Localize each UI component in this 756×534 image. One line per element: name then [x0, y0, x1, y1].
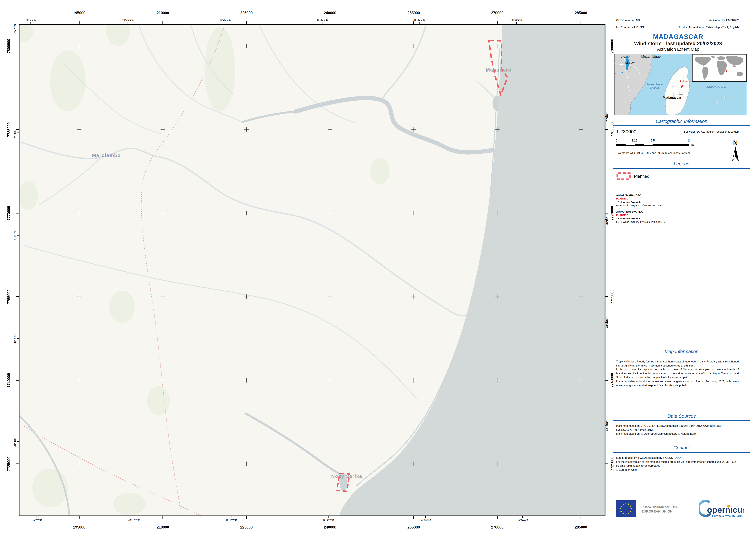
contact-produced-by: Map produced by e-GEOS released by e-GEO…	[616, 456, 739, 460]
axis-label: 7725000	[7, 457, 11, 471]
map-info-paragraph-3: It is a candidate to be the strongest an…	[616, 379, 739, 387]
locator-inset-map: Zambia Mozambique Malawi Mozambique Chan…	[614, 54, 747, 115]
map-place-label: Marolambo	[92, 153, 121, 158]
eu-star-icon: ★	[620, 510, 622, 513]
forest-patch	[109, 291, 135, 323]
legend-rule	[613, 168, 750, 169]
axis-label: 48°50'0"E	[511, 18, 522, 21]
inset-label-mozambique: Mozambique	[641, 55, 661, 58]
axis-label: 20°20'0"S	[606, 317, 608, 328]
scale-bar-label-1: 3.25	[632, 139, 637, 142]
map-sheet: { "header": { "glide": "GLIDE number: N/…	[0, 0, 756, 534]
map-information-text: Tropical Cyclone Freddy formed off the s…	[616, 360, 739, 387]
forest-patch	[147, 386, 170, 415]
map-info-paragraph-1: Tropical Cyclone Freddy formed off the s…	[616, 360, 739, 368]
inset-label-zambia: Zambia	[621, 56, 630, 59]
forest-patch	[18, 181, 38, 210]
map-info-paragraph-2: In the next days, it's expected to reach…	[616, 368, 739, 379]
eu-star-icon: ★	[620, 505, 622, 507]
axis-label: 7740000	[7, 373, 11, 388]
contact-email: jrc-ems-rapidmapping@ec.europa.eu	[616, 464, 739, 468]
contact-rule	[613, 452, 750, 453]
aoi-01-status: PLANNED	[616, 197, 739, 200]
forest-patch	[113, 493, 146, 515]
aoi-02-title: AOI 02 / NOSYVARIKA	[616, 210, 739, 214]
data-sources-text: Inset map based on: JRC 2013, © EuroGeog…	[616, 424, 739, 436]
data-sources-line-1: Inset map based on: JRC 2013, © EuroGeog…	[616, 424, 739, 432]
axis-label: 195000	[73, 525, 86, 529]
map-place-label: Mahanoro	[486, 67, 511, 72]
scale-bar-label-3: 13	[688, 139, 691, 142]
axis-label: 7770000	[7, 206, 11, 220]
section-heading-data-sources: Data Sources	[613, 414, 750, 419]
scale-bar-unit: km	[690, 143, 694, 147]
capital-star-icon: ★	[680, 83, 685, 89]
aoi-02-ref: - Reference Product:	[616, 217, 739, 220]
section-heading-map-information: Map Information	[613, 349, 750, 354]
activation-id: Activation ID: EMSR652	[647, 19, 739, 22]
axis-label: 7800000	[7, 39, 11, 53]
section-heading-cartographic: Cartographic Information	[613, 119, 750, 124]
axis-label: 48°10'0"E	[128, 519, 140, 522]
axis-label: 19°50'0"S	[14, 24, 16, 36]
axis-label: 210000	[157, 11, 169, 15]
axis-label: 225000	[240, 11, 253, 15]
axis-label: 7785000	[610, 122, 614, 137]
inset-label-malawi: Malawi	[625, 61, 635, 64]
inset-label-indian-ocean: INDIAN OCEAN	[706, 85, 726, 89]
aoi-01-block: AOI 01 / MAHANORO PLANNED - Reference Pr…	[616, 193, 739, 207]
svg-text:opernicus: opernicus	[707, 505, 744, 515]
header-divider	[616, 31, 739, 31]
axis-label: 48°30'0"E	[323, 519, 334, 522]
axis-label: 20°30'0"S	[14, 436, 16, 447]
axis-label: 240000	[324, 11, 337, 15]
product-number: Product N.: Activation Extent Map, r2, v…	[647, 26, 739, 29]
map-scale: 1:230000	[616, 129, 636, 134]
svg-text:N: N	[733, 139, 738, 146]
eu-star-icon: ★	[622, 503, 624, 505]
print-note: Full color ISO A2, medium resolution (20…	[655, 130, 739, 133]
glide-number: GLIDE number: N/A	[616, 19, 640, 22]
axis-label: 7770000	[610, 206, 614, 220]
axis-label: 255000	[408, 525, 420, 529]
inset-label-country: Madagascar	[663, 96, 682, 99]
contact-copyright: © European Union	[616, 468, 739, 472]
axis-label: 20°20'0"S	[14, 333, 16, 344]
world-inset-map	[692, 54, 747, 81]
scale-bar-strip	[616, 144, 689, 146]
axis-label: 225000	[240, 525, 253, 529]
axis-label: 7755000	[610, 290, 614, 304]
legend-planned-label: Planned	[634, 174, 649, 179]
legend-planned-swatch	[616, 172, 631, 180]
world-madagascar-marker	[726, 70, 727, 72]
axis-label: 48°20'0"E	[226, 519, 237, 522]
inset-label-channel-1: Mozambique	[647, 83, 663, 86]
data-sources-line-2: Main map based on: © OpenStreetMap contr…	[616, 432, 739, 436]
axis-label: 48°0'0"E	[26, 18, 36, 21]
data-sources-rule	[613, 420, 750, 421]
eu-star-icon: ★	[630, 505, 632, 507]
contact-latest-version: For the latest version of this map and r…	[616, 460, 739, 464]
aoi-02-block: AOI 02 / NOSYVARIKA PLANNED - Reference …	[616, 210, 739, 223]
scale-bar-label-2: 6.5	[651, 139, 655, 142]
axis-label: 7755000	[7, 290, 11, 304]
eu-programme-label: PROGRAMME OF THE EUROPEAN UNION	[641, 504, 678, 514]
copernicus-logo: opernicus Europe's eyes on Earth	[699, 499, 744, 521]
section-heading-legend: Legend	[613, 161, 750, 166]
tick-marks-note: Tick marks WGS 1984 UTM Zone 39S map coo…	[616, 151, 690, 155]
axis-label: 20°30'0"S	[606, 420, 608, 431]
scale-bar-label-0: 0	[616, 139, 617, 142]
map-canvas: MarolamboMahanoroNosy Varika	[10, 15, 605, 516]
axis-label: 285000	[575, 11, 587, 15]
eu-star-icon: ★	[625, 502, 627, 505]
aoi-02-status: PLANNED	[616, 214, 739, 217]
axis-label: 48°0'0"E	[32, 519, 42, 522]
forest-patch	[204, 27, 235, 112]
scale-bar: 0 3.25 6.5 13 km	[616, 139, 692, 149]
axis-label: 48°20'0"E	[219, 18, 231, 21]
axis-label: 20°0'0"S	[14, 128, 16, 138]
axis-label: 20°0'0"S	[606, 112, 608, 121]
forest-patch	[32, 469, 68, 507]
north-arrow-icon: N	[728, 139, 743, 163]
aoi-02-source: ESRI World Imagery, 07/02/2022 00:00 UTC	[616, 220, 739, 223]
